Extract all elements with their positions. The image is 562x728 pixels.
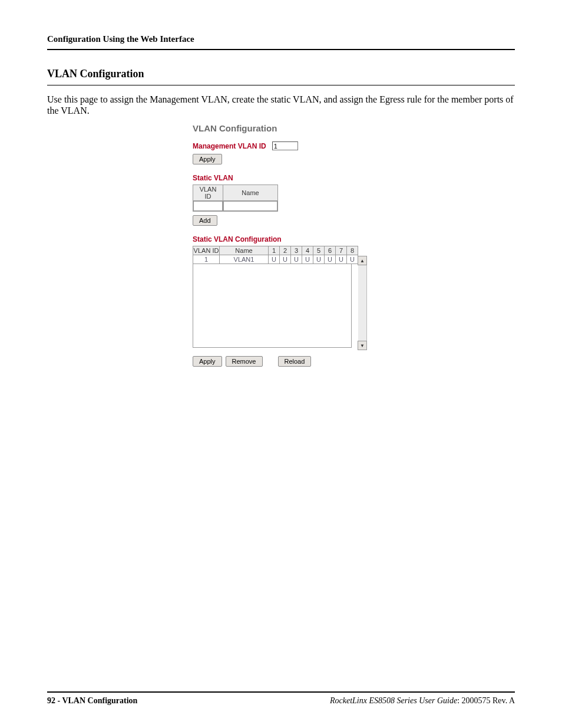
scroll-down-icon[interactable]: ▼: [358, 341, 367, 350]
svc-cell-port-8[interactable]: U: [347, 255, 358, 264]
reload-button[interactable]: Reload: [278, 356, 312, 367]
mgmt-vlan-label: Management VLAN ID: [193, 142, 266, 150]
page-footer: 92 - VLAN Configuration RocketLinx ES850…: [47, 691, 515, 706]
static-vlan-name-input[interactable]: [223, 201, 277, 211]
svc-header-port-4: 4: [302, 246, 313, 255]
svc-cell-port-2[interactable]: U: [280, 255, 291, 264]
body-text: Use this page to assign the Management V…: [47, 94, 515, 116]
remove-button[interactable]: Remove: [226, 356, 263, 367]
table-row[interactable]: 1 VLAN1 U U U U U U U U: [193, 255, 358, 264]
mgmt-vlan-input[interactable]: [272, 141, 298, 150]
ui-title: VLAN Configuration: [193, 123, 369, 133]
svc-cell-port-5[interactable]: U: [313, 255, 325, 264]
footer-right: RocketLinx ES8508 Series User Guide: 200…: [330, 696, 515, 706]
add-button[interactable]: Add: [193, 215, 217, 226]
apply-mgmt-button[interactable]: Apply: [193, 154, 222, 164]
section-rule: [47, 85, 515, 85]
static-vlan-header-id: VLAN ID: [193, 185, 223, 201]
svc-header-port-1: 1: [269, 246, 280, 255]
svc-header-id: VLAN ID: [193, 246, 220, 255]
svc-header-port-3: 3: [291, 246, 302, 255]
footer-rule: [47, 691, 515, 693]
svc-cell-port-7[interactable]: U: [336, 255, 347, 264]
section-title: VLAN Configuration: [47, 68, 515, 80]
svc-cell-port-4[interactable]: U: [302, 255, 313, 264]
svc-cell-port-6[interactable]: U: [325, 255, 336, 264]
svc-header-port-6: 6: [325, 246, 336, 255]
footer-left: 92 - VLAN Configuration: [47, 696, 137, 706]
svc-header-port-2: 2: [280, 246, 291, 255]
svc-cell-port-1[interactable]: U: [269, 255, 280, 264]
apply-config-button[interactable]: Apply: [193, 356, 222, 367]
svc-header-name: Name: [220, 246, 269, 255]
static-vlan-label: Static VLAN: [193, 174, 369, 182]
svc-header-port-8: 8: [347, 246, 358, 255]
running-head: Configuration Using the Web Interface: [47, 34, 515, 44]
table-header-row: VLAN ID Name 1 2 3 4 5 6 7 8: [193, 246, 358, 255]
svc-cell-id: 1: [193, 255, 220, 264]
static-vlan-header-name: Name: [223, 185, 278, 201]
scroll-up-icon[interactable]: ▲: [358, 256, 367, 265]
header-rule: [47, 49, 515, 50]
table-empty-area: [193, 264, 352, 348]
static-vlan-config-label: Static VLAN Configuration: [193, 235, 369, 243]
embedded-vlan-ui: VLAN Configuration Management VLAN ID Ap…: [193, 123, 369, 367]
static-vlan-config-table: VLAN ID Name 1 2 3 4 5 6 7 8 1: [193, 246, 358, 264]
svc-header-port-7: 7: [336, 246, 347, 255]
static-vlan-id-input[interactable]: [193, 201, 223, 211]
static-vlan-add-table: VLAN ID Name: [193, 185, 278, 212]
svc-header-port-5: 5: [313, 246, 325, 255]
scrollbar[interactable]: ▲ ▼: [358, 256, 367, 350]
svc-cell-port-3[interactable]: U: [291, 255, 302, 264]
svc-cell-name: VLAN1: [220, 255, 269, 264]
